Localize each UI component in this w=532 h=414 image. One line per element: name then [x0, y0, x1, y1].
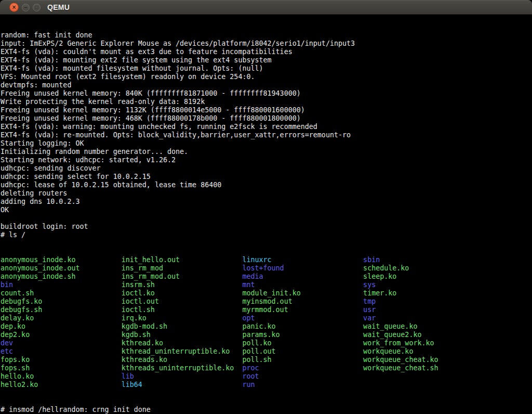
- ls-row: debugfs.sh ioctl.sh myrmmod.out usr: [1, 306, 532, 314]
- file-entry: myrmmod.out: [242, 306, 363, 314]
- file-entry: etc: [1, 347, 122, 355]
- file-entry: timer.ko: [363, 289, 396, 297]
- file-entry: run: [242, 381, 255, 389]
- ls-row: hello2.ko lib64 run: [1, 381, 532, 389]
- file-entry: workqueue.ko: [363, 347, 413, 355]
- log-line: Write protecting the kernel read-only da…: [1, 98, 532, 106]
- ls-row: dep2.ko kgdb.sh params.ko wait_queue2.ko: [1, 331, 532, 339]
- log-line: EXT4-fs (vda): mounting ext2 file system…: [1, 56, 532, 64]
- qemu-window: × − □ QEMU random: fast init doneinput: …: [0, 0, 532, 414]
- file-entry: bin: [1, 281, 122, 289]
- file-entry: insrm.sh: [122, 281, 243, 289]
- file-entry: panic.ko: [242, 322, 363, 330]
- log-line: Freeing unused kernel memory: 1132K (fff…: [1, 106, 532, 114]
- log-line: [1, 214, 532, 223]
- ls-output: anonymous_inode.ko init_hello.out linuxr…: [1, 256, 532, 389]
- file-entry: sbin: [363, 256, 380, 264]
- file-entry: hello.ko: [1, 372, 122, 380]
- file-entry: kthreads_uninterruptible.ko: [122, 364, 243, 372]
- file-entry: wait_queue2.ko: [363, 331, 421, 339]
- file-entry: module_init.ko: [242, 289, 363, 297]
- minimize-icon: −: [24, 5, 27, 10]
- ls-row: dep.ko kgdb-mod.sh panic.ko wait_queue.k…: [1, 322, 532, 331]
- file-entry: kthread.ko: [122, 339, 243, 347]
- file-entry: kthread_uninterruptible.ko: [122, 347, 243, 355]
- ls-row: fops.ko kthreads.ko poll.sh workqueue_ch…: [1, 356, 532, 364]
- file-entry: anonymous_inode.ko: [1, 256, 122, 264]
- file-entry: lib64: [122, 381, 243, 389]
- file-entry: sleep.ko: [363, 273, 396, 280]
- file-entry: lost+found: [242, 264, 363, 272]
- ls-row: etc kthread_uninterruptible.ko poll.out …: [1, 347, 532, 356]
- file-entry: count.sh: [1, 289, 122, 297]
- file-entry: myinsmod.out: [242, 297, 363, 305]
- log-line: input: ImExPS/2 Generic Explorer Mouse a…: [1, 40, 532, 48]
- file-entry: opt: [242, 314, 363, 322]
- ls-row: hello.ko lib root: [1, 372, 532, 381]
- maximize-button[interactable]: □: [33, 4, 41, 11]
- file-entry: params.ko: [242, 331, 363, 339]
- log-line: VFS: Mounted root (ext2 filesystem) read…: [1, 73, 532, 81]
- window-title: QEMU: [47, 3, 70, 11]
- file-entry: tmp: [363, 297, 376, 305]
- file-entry: workqueue_cheat.ko: [363, 356, 438, 364]
- file-entry: anonymous_inode.out: [1, 264, 122, 272]
- log-line: buildroot login: root: [1, 223, 532, 231]
- file-entry: dep2.ko: [1, 331, 122, 339]
- file-entry: hello2.ko: [1, 381, 122, 389]
- close-button[interactable]: ×: [9, 3, 19, 12]
- titlebar[interactable]: × − □ QEMU: [0, 0, 532, 15]
- log-line: deleting routers: [1, 189, 532, 198]
- file-entry: linuxrc: [242, 256, 363, 264]
- file-entry: kgdb-mod.sh: [122, 322, 243, 330]
- file-entry: root: [242, 372, 259, 380]
- file-entry: ioctl.out: [122, 297, 243, 305]
- log-line: Starting network: udhcpc: started, v1.26…: [1, 156, 532, 164]
- file-entry: lib: [122, 372, 243, 380]
- ls-row: anonymous_inode.ko init_hello.out linuxr…: [1, 256, 532, 264]
- ls-row: anonymous_inode.out ins_rm_mod lost+foun…: [1, 264, 532, 273]
- file-entry: work_from_work.ko: [363, 339, 434, 347]
- log-line: adding dns 10.0.2.3: [1, 198, 532, 206]
- log-line: OK: [1, 206, 532, 214]
- log-line: random: fast init done: [1, 31, 532, 40]
- ls-row: bin insrm.sh mnt sys: [1, 281, 532, 289]
- file-entry: dev: [1, 339, 122, 347]
- log-line: EXT4-fs (vda): mounted filesystem withou…: [1, 64, 532, 73]
- ls-row: dev kthread.ko poll.ko work_from_work.ko: [1, 339, 532, 347]
- log-line: EXT4-fs (vda): re-mounted. Opts: block_v…: [1, 131, 532, 139]
- file-entry: ioctl.sh: [122, 306, 243, 314]
- file-entry: poll.out: [242, 347, 363, 355]
- file-entry: fops.sh: [1, 364, 122, 372]
- file-entry: delay.ko: [1, 314, 122, 322]
- file-entry: proc: [242, 364, 363, 372]
- close-icon: ×: [12, 4, 16, 10]
- log-line: udhcpc: sending discover: [1, 164, 532, 173]
- maximize-icon: □: [35, 5, 38, 10]
- file-entry: ins_rm_mod.out: [122, 273, 243, 280]
- ls-row: fops.sh kthreads_uninterruptible.ko proc…: [1, 364, 532, 372]
- file-entry: poll.ko: [242, 339, 363, 347]
- log-line: EXT4-fs (vda): warning: mounting uncheck…: [1, 123, 532, 131]
- file-entry: fops.ko: [1, 356, 122, 364]
- log-line: Freeing unused kernel memory: 840K (ffff…: [1, 89, 532, 98]
- ls-row: debugfs.ko ioctl.out myinsmod.out tmp: [1, 297, 532, 306]
- ls-row: delay.ko irq.ko opt var: [1, 314, 532, 322]
- log-line: EXT4-fs (vda): couldn't mount as ext3 du…: [1, 48, 532, 56]
- minimize-button[interactable]: −: [22, 4, 30, 11]
- file-entry: irq.ko: [122, 314, 243, 322]
- log-line: # ls /: [1, 231, 532, 239]
- file-entry: schedule.ko: [363, 264, 409, 272]
- file-entry: kgdb.sh: [122, 331, 243, 339]
- boot-log: random: fast init doneinput: ImExPS/2 Ge…: [1, 31, 532, 239]
- file-entry: usr: [363, 306, 376, 314]
- log-line: Initializing random number generator... …: [1, 148, 532, 156]
- tail-log: # insmod /hellrandom: crng init done# in…: [1, 406, 532, 414]
- log-line: devtmpfs: mounted: [1, 81, 532, 89]
- file-entry: wait_queue.ko: [363, 322, 417, 330]
- file-entry: workqueue_cheat.sh: [363, 364, 438, 372]
- log-line: udhcpc: sending select for 10.0.2.15: [1, 173, 532, 181]
- ls-row: anonymous_inode.sh ins_rm_mod.out media …: [1, 273, 532, 281]
- file-entry: ins_rm_mod: [122, 264, 243, 272]
- terminal-screen[interactable]: random: fast init doneinput: ImExPS/2 Ge…: [0, 15, 532, 414]
